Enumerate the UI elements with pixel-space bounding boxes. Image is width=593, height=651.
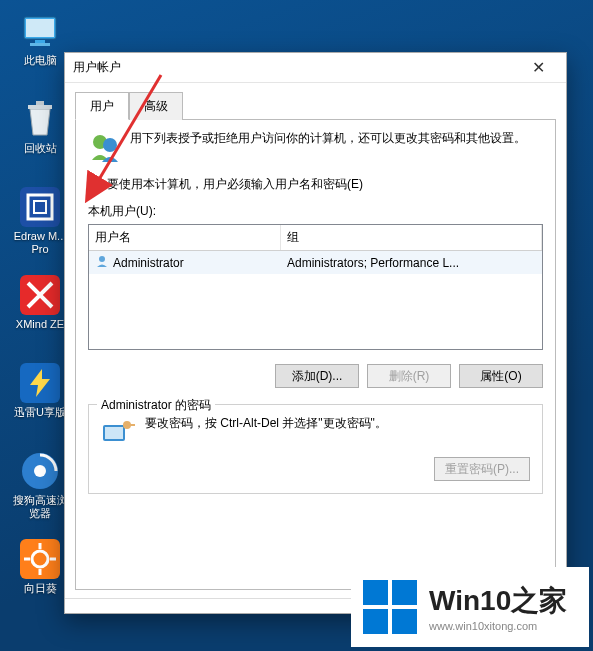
- titlebar[interactable]: 用户帐户 ✕: [65, 53, 566, 83]
- tab-users[interactable]: 用户: [75, 92, 129, 120]
- xmind-icon: [19, 274, 61, 316]
- user-accounts-dialog: 用户帐户 ✕ 用户 高级 用下列表授予或拒绝用户访问你的计算机，还可以更改其密码…: [64, 52, 567, 614]
- thunder-icon: [19, 362, 61, 404]
- watermark: Win10之家 www.win10xitong.com: [351, 567, 589, 647]
- cell-username: Administrator: [113, 256, 184, 270]
- checkbox-icon: ✓: [88, 178, 101, 191]
- cell-group: Administrators; Performance L...: [281, 253, 542, 273]
- users-listview[interactable]: 用户名 组 Administrator Administrators; Perf…: [88, 224, 543, 350]
- close-button[interactable]: ✕: [518, 54, 558, 82]
- windows-icon: [361, 578, 419, 636]
- column-group[interactable]: 组: [281, 225, 542, 250]
- password-groupbox: Administrator 的密码 要改密码，按 Ctrl-Alt-Del 并选…: [88, 404, 543, 494]
- tab-strip: 用户 高级: [75, 91, 556, 120]
- checkbox-label: 要使用本计算机，用户必须输入用户名和密码(E): [107, 176, 363, 193]
- column-username[interactable]: 用户名: [89, 225, 281, 250]
- add-button[interactable]: 添加(D)...: [275, 364, 359, 388]
- require-password-checkbox[interactable]: ✓ 要使用本计算机，用户必须输入用户名和密码(E): [88, 176, 543, 193]
- svg-point-21: [99, 256, 105, 262]
- sogou-icon: [19, 450, 61, 492]
- svg-rect-3: [30, 43, 50, 46]
- users-list-label: 本机用户(U):: [88, 203, 543, 220]
- svg-rect-1: [26, 19, 54, 37]
- properties-button[interactable]: 属性(O): [459, 364, 543, 388]
- desktop-icon-label: 搜狗高速浏 览器: [13, 494, 68, 520]
- trash-icon: [19, 98, 61, 140]
- svg-rect-6: [20, 187, 60, 227]
- desktop-icon-label: XMind ZE: [16, 318, 64, 331]
- svg-point-12: [34, 465, 46, 477]
- desktop-icon-label: 回收站: [24, 142, 57, 155]
- monitor-icon: [19, 10, 61, 52]
- svg-rect-29: [363, 609, 388, 634]
- desktop-icon-label: 迅雷U享版: [14, 406, 66, 419]
- tab-advanced[interactable]: 高级: [129, 92, 183, 120]
- svg-rect-27: [363, 580, 388, 605]
- intro-text: 用下列表授予或拒绝用户访问你的计算机，还可以更改其密码和其他设置。: [130, 130, 526, 164]
- close-icon: ✕: [532, 58, 545, 77]
- svg-rect-30: [392, 609, 417, 634]
- user-icon: [95, 254, 109, 271]
- svg-rect-25: [129, 424, 135, 426]
- dialog-title: 用户帐户: [73, 59, 121, 76]
- desktop-icon-label: Edraw M... Pro: [14, 230, 67, 256]
- reset-password-button: 重置密码(P)...: [434, 457, 530, 481]
- edraw-icon: [19, 186, 61, 228]
- sunflower-icon: [19, 538, 61, 580]
- groupbox-text: 要改密码，按 Ctrl-Alt-Del 并选择"更改密码"。: [145, 415, 387, 432]
- watermark-url: www.win10xitong.com: [429, 620, 567, 632]
- svg-rect-28: [392, 580, 417, 605]
- table-row[interactable]: Administrator Administrators; Performanc…: [89, 251, 542, 274]
- svg-rect-23: [105, 427, 123, 439]
- key-icon: [101, 415, 135, 447]
- remove-button: 删除(R): [367, 364, 451, 388]
- svg-point-20: [103, 138, 117, 152]
- groupbox-title: Administrator 的密码: [97, 397, 215, 414]
- svg-rect-5: [36, 101, 44, 105]
- svg-rect-4: [28, 105, 52, 109]
- svg-rect-2: [35, 40, 45, 43]
- users-icon: [88, 130, 122, 164]
- desktop-icon-label: 此电脑: [24, 54, 57, 67]
- desktop-icon-label: 向日葵: [24, 582, 57, 595]
- watermark-brand: Win10之家: [429, 582, 567, 620]
